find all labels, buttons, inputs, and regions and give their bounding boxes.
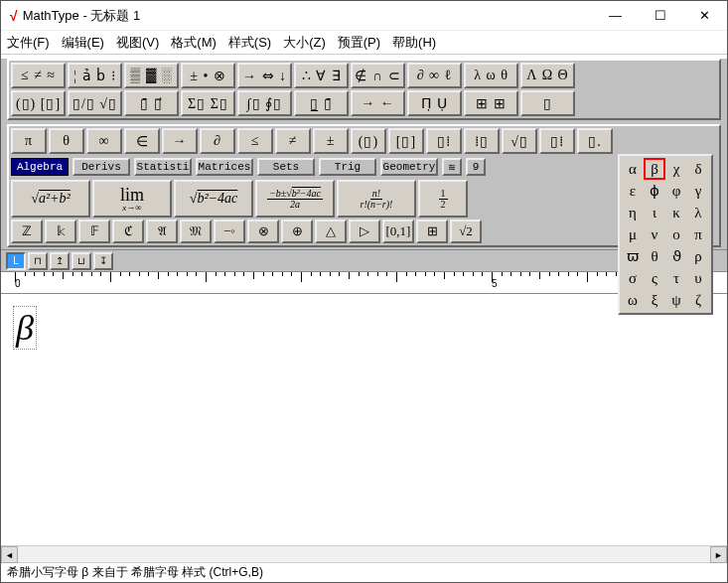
- h-scrollbar[interactable]: ◄ ►: [1, 545, 727, 562]
- greek-delta[interactable]: δ: [687, 158, 709, 180]
- big-comb[interactable]: n!r!(n−r)!: [337, 180, 416, 218]
- menu-format[interactable]: 格式(M): [171, 34, 217, 52]
- palette-overbar[interactable]: ▯̄ ▯⃗: [124, 90, 179, 116]
- scroll-left-icon[interactable]: ◄: [1, 546, 18, 563]
- sym-in[interactable]: ∈: [124, 128, 160, 154]
- tmpl-sqrt[interactable]: √▯: [502, 128, 537, 154]
- palette-sum[interactable]: Σ▯ Σ▯: [181, 90, 235, 116]
- big-half[interactable]: 12: [418, 180, 468, 218]
- sym-pm[interactable]: ±: [313, 128, 349, 154]
- sym-infty[interactable]: ∞: [86, 128, 122, 154]
- tab-statisti[interactable]: Statisti: [134, 158, 192, 176]
- greek-theta[interactable]: θ: [644, 245, 665, 267]
- greek-tau[interactable]: τ: [665, 267, 687, 289]
- scroll-right-icon[interactable]: ►: [710, 546, 727, 563]
- tab-derivs[interactable]: Derivs: [73, 158, 130, 176]
- menu-preset[interactable]: 预置(P): [338, 34, 380, 52]
- palette-accents[interactable]: ¦ ả ḃ ⁝: [68, 63, 122, 88]
- greek-pi[interactable]: π: [687, 223, 709, 245]
- tab-misc[interactable]: ≋: [442, 158, 462, 176]
- tmpl-bracket[interactable]: [▯]: [388, 128, 424, 154]
- greek-xi[interactable]: ξ: [644, 289, 665, 311]
- big-sqrt-a2b2[interactable]: √a²+b²: [11, 180, 90, 218]
- palette-spaces[interactable]: ▒ ▓ ░: [124, 63, 179, 88]
- palette-misc[interactable]: ∂ ∞ ℓ: [407, 63, 462, 88]
- palette-sets[interactable]: ∉ ∩ ⊂: [351, 63, 405, 88]
- tab-9[interactable]: 9: [466, 158, 486, 176]
- sm-m[interactable]: 𝔐: [180, 219, 212, 243]
- menu-style[interactable]: 样式(S): [228, 34, 271, 52]
- tab-trig[interactable]: Trig: [319, 158, 376, 176]
- sm-f[interactable]: 𝔽: [78, 219, 110, 243]
- palette-prodset[interactable]: Π̣ Ụ: [407, 90, 462, 116]
- sm-otimes[interactable]: ⊗: [247, 219, 279, 243]
- menu-file[interactable]: 文件(F): [7, 34, 50, 52]
- scroll-track[interactable]: [18, 546, 710, 562]
- tmpl-frac1[interactable]: ▯⁞: [539, 128, 575, 154]
- greek-varphi[interactable]: φ: [665, 180, 687, 202]
- greek-omega[interactable]: ω: [622, 289, 644, 311]
- greek-nu[interactable]: ν: [644, 223, 665, 245]
- menu-edit[interactable]: 编辑(E): [62, 34, 104, 52]
- greek-varsigma[interactable]: ς: [644, 267, 665, 289]
- greek-kappa[interactable]: κ: [665, 202, 687, 223]
- greek-phi[interactable]: ϕ: [644, 180, 665, 202]
- sym-ne[interactable]: ≠: [275, 128, 311, 154]
- tab-stop-4[interactable]: ↧: [93, 252, 113, 270]
- palette-box[interactable]: ▯: [520, 90, 575, 116]
- palette-underover[interactable]: ▯̲ ▯̄: [294, 90, 349, 116]
- minimize-button[interactable]: —: [593, 1, 638, 30]
- sm-z[interactable]: ℤ: [11, 219, 43, 243]
- tab-sets[interactable]: Sets: [257, 158, 315, 176]
- sm-triangle[interactable]: △: [315, 219, 347, 243]
- greek-eta[interactable]: η: [622, 202, 644, 223]
- palette-fences[interactable]: (▯) [▯]: [11, 90, 66, 116]
- sm-oplus[interactable]: ⊕: [281, 219, 313, 243]
- sm-k[interactable]: 𝕜: [45, 219, 76, 243]
- sym-partial[interactable]: ∂: [200, 128, 235, 154]
- close-button[interactable]: ✕: [682, 1, 727, 30]
- palette-operators[interactable]: ± • ⊗: [181, 63, 235, 88]
- greek-epsilon[interactable]: ε: [622, 180, 644, 202]
- palette-logic[interactable]: ∴ ∀ ∃: [294, 63, 349, 88]
- sym-pi[interactable]: π: [11, 128, 47, 154]
- tmpl-sup[interactable]: ⁞▯: [464, 128, 500, 154]
- tmpl-sub[interactable]: ▯⁞: [426, 128, 462, 154]
- greek-omicron[interactable]: ο: [665, 223, 687, 245]
- palette-relations[interactable]: ≤ ≠ ≈: [11, 63, 66, 88]
- greek-sigma[interactable]: σ: [622, 267, 644, 289]
- palette-greek-upper[interactable]: Λ Ω Θ: [520, 63, 575, 88]
- tab-align-left[interactable]: L: [6, 252, 26, 270]
- sym-arrow[interactable]: →: [162, 128, 198, 154]
- tab-geometry[interactable]: Geometry: [380, 158, 438, 176]
- menu-size[interactable]: 大小(Z): [283, 34, 326, 52]
- palette-greek-lower[interactable]: λ ω θ: [464, 63, 518, 88]
- tmpl-frac2[interactable]: ▯.: [577, 128, 613, 154]
- palette-labeled-arrows[interactable]: → ←: [351, 90, 405, 116]
- sm-sqrt2[interactable]: √2: [450, 219, 482, 243]
- menu-help[interactable]: 帮助(H): [392, 34, 436, 52]
- greek-psi[interactable]: ψ: [665, 289, 687, 311]
- tab-algebra[interactable]: Algebra: [11, 158, 69, 176]
- greek-mu[interactable]: μ: [622, 223, 644, 245]
- tmpl-paren[interactable]: (▯): [351, 128, 386, 154]
- maximize-button[interactable]: ☐: [638, 1, 682, 30]
- greek-gamma[interactable]: γ: [687, 180, 709, 202]
- palette-matrix[interactable]: ⊞ ⊞: [464, 90, 518, 116]
- big-sqrt-disc[interactable]: √b²−4ac: [174, 180, 253, 218]
- menu-view[interactable]: 视图(V): [116, 34, 159, 52]
- sm-a[interactable]: 𝔄: [146, 219, 178, 243]
- greek-rho[interactable]: ρ: [687, 245, 709, 267]
- sm-interval[interactable]: [0,1]: [382, 219, 414, 243]
- sm-tri-r[interactable]: ▷: [349, 219, 380, 243]
- greek-iota[interactable]: ι: [644, 202, 665, 223]
- sm-compose[interactable]: −◦: [214, 219, 245, 243]
- greek-chi[interactable]: χ: [665, 158, 687, 180]
- greek-vartheta[interactable]: ϑ: [665, 245, 687, 267]
- tab-matrices[interactable]: Matrices: [196, 158, 253, 176]
- greek-alpha[interactable]: α: [622, 158, 644, 180]
- greek-upsilon[interactable]: υ: [687, 267, 709, 289]
- big-lim[interactable]: limx→∞: [92, 180, 172, 218]
- sm-box[interactable]: ⊞: [416, 219, 448, 243]
- palette-frac-root[interactable]: ▯/▯ √▯: [68, 90, 122, 116]
